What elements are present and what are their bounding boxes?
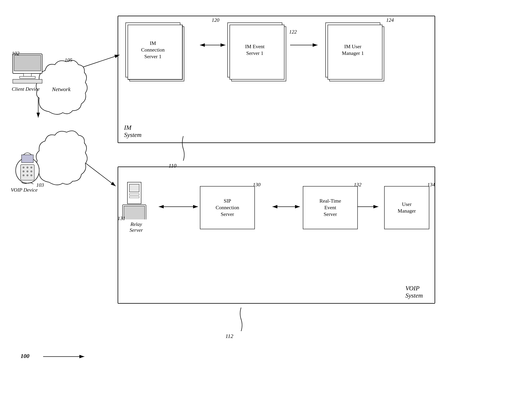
svg-point-30 (23, 167, 25, 168)
svg-rect-16 (129, 196, 139, 198)
im-system-label: IM System (124, 124, 142, 138)
svg-point-34 (26, 170, 28, 172)
ref-112: 112 (225, 333, 233, 339)
im-user-manager1-label: IM User Manager 1 (342, 43, 364, 57)
user-manager-label: User Manager (398, 201, 416, 214)
realtime-event-server-label: Real-Time Event Server (319, 198, 341, 217)
im-event-server1-label: IM Event Server 1 (245, 43, 265, 57)
ref-131: 131 (118, 216, 125, 221)
svg-text:Network: Network (52, 86, 70, 92)
svg-point-32 (30, 167, 32, 168)
user-manager-box: User Manager (384, 186, 429, 229)
realtime-event-server-box: Real-Time Event Server (303, 186, 358, 229)
client-device-svg (12, 53, 43, 84)
svg-point-33 (23, 170, 25, 172)
svg-rect-24 (24, 74, 31, 76)
client-device-label: Client Device (12, 86, 40, 92)
voip-device-label: VOIP Device (11, 187, 38, 193)
svg-rect-18 (124, 206, 145, 219)
svg-point-38 (30, 174, 32, 176)
sip-conn-server-box: SIP Connection Server (200, 186, 255, 229)
relay-server-label: Relay Server (122, 221, 151, 233)
voip-device-svg (12, 149, 43, 184)
svg-rect-29 (22, 155, 33, 163)
im-conn-server1-box: IM Connection Server 1 (125, 23, 180, 77)
svg-point-35 (30, 170, 32, 172)
voip-system-label: VOIP System (405, 285, 423, 299)
diagram: Network IM System IM Connection Server 1… (0, 0, 532, 393)
im-conn-server1-label: IM Connection Server 1 (141, 40, 165, 60)
im-user-manager1-box: IM User Manager 1 (325, 23, 380, 77)
sip-conn-server-label: SIP Connection Server (216, 198, 239, 217)
ref-124: 124 (386, 17, 394, 23)
svg-point-37 (26, 174, 28, 176)
svg-rect-15 (129, 194, 139, 195)
svg-rect-23 (14, 55, 41, 71)
relay-computer-svg (122, 180, 149, 219)
ref-122: 122 (289, 29, 297, 35)
ref-105: 105 (65, 57, 72, 63)
ref-102: 102 (12, 50, 20, 56)
svg-point-31 (26, 167, 28, 168)
svg-rect-25 (20, 76, 35, 78)
ref-100: 100 (20, 353, 30, 359)
ref-120: 120 (212, 17, 219, 23)
svg-rect-14 (129, 184, 139, 192)
im-event-server1-box: IM Event Server 1 (227, 23, 282, 77)
svg-point-36 (23, 174, 25, 176)
relay-server-icon (122, 180, 149, 214)
ref-103: 103 (36, 182, 44, 188)
svg-rect-26 (13, 79, 42, 83)
